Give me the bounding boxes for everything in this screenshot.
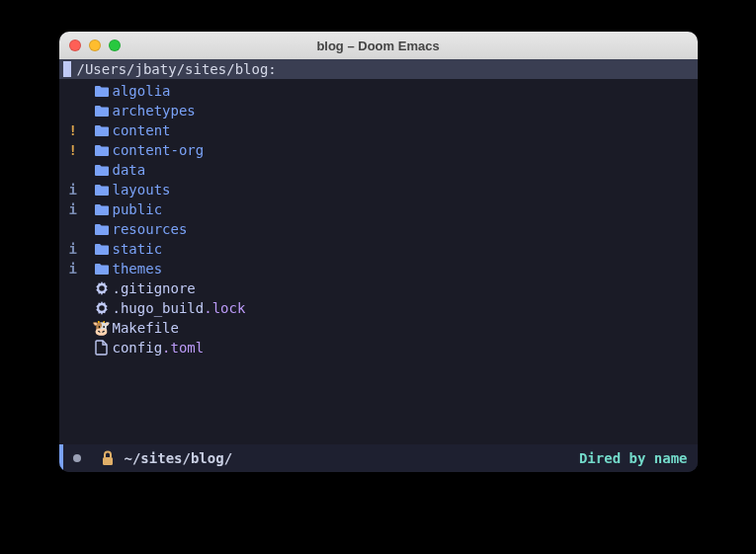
- dired-entry[interactable]: ithemes: [59, 259, 698, 278]
- traffic-lights: [69, 40, 121, 51]
- buffer-state-indicator: [73, 454, 81, 462]
- buffer-area: /Users/jbaty/sites/blog: algoliaarchetyp…: [59, 59, 698, 472]
- svg-rect-0: [103, 457, 113, 465]
- close-window-button[interactable]: [69, 40, 81, 51]
- dired-entry[interactable]: ilayouts: [59, 180, 698, 199]
- dired-listing: algoliaarchetypes!content!content-orgdat…: [59, 79, 698, 357]
- dired-entry[interactable]: 🐮Makefile: [59, 318, 698, 338]
- entry-name: .hugo_build: [113, 300, 205, 316]
- file-icon: [91, 340, 113, 356]
- gnu-icon: 🐮: [91, 321, 113, 336]
- modeline-mode: Dired by name: [579, 450, 688, 466]
- dired-entry[interactable]: config.toml: [59, 338, 698, 357]
- gutter-mark: i: [69, 241, 81, 257]
- modeline: ~/sites/blog/ Dired by name: [59, 444, 698, 472]
- entry-name: algolia: [113, 83, 171, 99]
- gutter-mark: i: [69, 261, 81, 277]
- dired-entry[interactable]: !content: [59, 120, 698, 140]
- cursor-block: [63, 61, 71, 77]
- gear-icon: [91, 280, 113, 296]
- entry-name: resources: [113, 221, 188, 237]
- gutter-mark: i: [69, 182, 81, 198]
- folder-icon: [91, 242, 113, 256]
- gutter-mark: i: [69, 201, 81, 217]
- entry-name: .gitignore: [113, 280, 196, 296]
- entry-name: static: [113, 241, 163, 257]
- dired-entry[interactable]: .hugo_build.lock: [59, 298, 698, 318]
- dired-path: /Users/jbaty/sites/blog:: [77, 61, 277, 77]
- folder-icon: [91, 143, 113, 157]
- entry-name: layouts: [113, 182, 171, 198]
- dired-entry[interactable]: !content-org: [59, 140, 698, 160]
- dired-entry[interactable]: algolia: [59, 81, 698, 101]
- gear-icon: [91, 300, 113, 316]
- entry-extension: .toml: [162, 340, 204, 356]
- dired-entry[interactable]: istatic: [59, 239, 698, 259]
- dired-entry[interactable]: ipublic: [59, 199, 698, 219]
- gutter-mark: !: [69, 142, 81, 158]
- entry-name: public: [113, 201, 163, 217]
- entry-name: archetypes: [113, 103, 196, 119]
- folder-icon: [91, 202, 113, 216]
- titlebar: blog – Doom Emacs: [59, 32, 698, 59]
- folder-icon: [91, 123, 113, 137]
- folder-icon: [91, 84, 113, 98]
- gutter-mark: !: [69, 122, 81, 138]
- minimize-window-button[interactable]: [89, 40, 101, 51]
- folder-icon: [91, 183, 113, 197]
- dired-entry[interactable]: archetypes: [59, 101, 698, 120]
- folder-icon: [91, 163, 113, 177]
- entry-name: themes: [113, 261, 163, 277]
- entry-name: data: [113, 162, 146, 178]
- dired-entry[interactable]: data: [59, 160, 698, 180]
- folder-icon: [91, 104, 113, 118]
- entry-name: content: [113, 122, 171, 138]
- folder-icon: [91, 222, 113, 236]
- entry-name: content-org: [113, 142, 205, 158]
- entry-extension: .lock: [204, 300, 245, 316]
- modeline-path: ~/sites/blog/: [125, 450, 233, 466]
- emacs-window: blog – Doom Emacs /Users/jbaty/sites/blo…: [59, 32, 698, 472]
- entry-name: Makefile: [113, 320, 179, 336]
- folder-icon: [91, 262, 113, 276]
- dired-header: /Users/jbaty/sites/blog:: [59, 59, 698, 79]
- lock-icon: [101, 450, 115, 466]
- dired-entry[interactable]: .gitignore: [59, 278, 698, 298]
- maximize-window-button[interactable]: [109, 40, 121, 51]
- dired-entry[interactable]: resources: [59, 219, 698, 239]
- window-title: blog – Doom Emacs: [59, 39, 698, 53]
- entry-name: config: [113, 340, 163, 356]
